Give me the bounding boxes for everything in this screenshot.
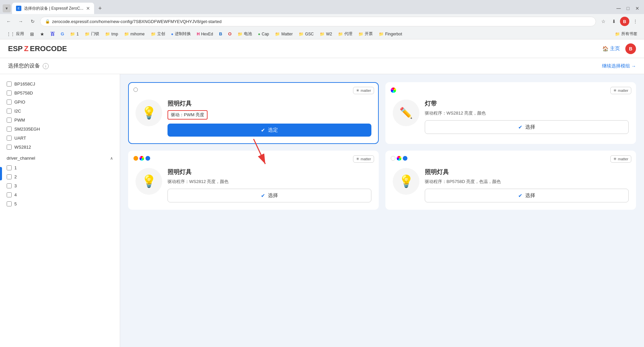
bookmark-w2-label: W2 xyxy=(326,32,332,36)
checkmark-icon-4: ✔ xyxy=(518,193,523,199)
checkbox-ch5[interactable] xyxy=(7,201,12,206)
bookmark-folder1[interactable]: 📁 1 xyxy=(67,31,81,37)
checkbox-UART[interactable] xyxy=(7,136,12,141)
bookmark-google[interactable]: G xyxy=(58,30,67,37)
download-btn[interactable]: ⬇ xyxy=(609,17,619,26)
device-card-4[interactable]: ✳ matter 💡 照明灯具 驱动程序：BP5758D 亮度，色温，颜色 ✔ … xyxy=(385,151,636,210)
address-bar[interactable]: 🔒 zerocode.espressif.com/home/new-config… xyxy=(40,17,596,26)
bookmark-apps[interactable]: ⋮⋮ 应用 xyxy=(4,30,27,38)
sidebar-item-GPIO[interactable]: GPIO xyxy=(5,98,114,107)
bookmark-fingerbot[interactable]: 📁 Fingerbot xyxy=(376,31,405,37)
device-card-2[interactable]: ✳ matter ✏️ 灯带 驱动程序：WS2812 亮度，颜色 ✔ 选择 xyxy=(385,82,636,144)
select-btn-4[interactable]: ✔ 选择 xyxy=(425,189,629,202)
sidebar-item-I2C[interactable]: I2C xyxy=(5,107,114,116)
bookmark-kaibiao[interactable]: 📁 开票 xyxy=(356,30,375,38)
sidebar-label-BP1658CJ: BP1658CJ xyxy=(14,81,35,86)
bookmark-cap-label: Cap xyxy=(262,32,269,36)
device-card-1[interactable]: ✳ matter 💡 照明灯具 驱动：PWM 亮度 ✔ 选定 xyxy=(128,82,379,144)
select-btn-2[interactable]: ✔ 选择 xyxy=(425,120,629,134)
sidebar-item-PWM[interactable]: PWM xyxy=(5,116,114,125)
bookmark-jzhuanhuan[interactable]: ● 进制转换 xyxy=(169,30,194,38)
bookmark-cap[interactable]: ● Cap xyxy=(255,31,272,37)
device-card-3[interactable]: ✳ matter 💡 照明灯具 驱动程序：WS2812 亮度，颜色 ✔ 选择 xyxy=(128,151,379,210)
bookmark-allbookmarks[interactable]: 📁 所有书签 xyxy=(612,30,640,38)
bookmark-daili[interactable]: 📁 代理 xyxy=(335,30,355,38)
continue-arrow: → xyxy=(631,63,636,69)
close-window-btn[interactable]: ✕ xyxy=(633,4,641,12)
profile-btn[interactable]: B xyxy=(620,17,629,26)
home-label: 主页 xyxy=(610,45,620,52)
checkbox-ch3[interactable] xyxy=(7,183,12,188)
sidebar: BP1658CJ BP5758D GPIO I2C PWM SM2335EGH … xyxy=(0,74,120,347)
sidebar-item-BP5758D[interactable]: BP5758D xyxy=(5,89,114,98)
select-btn-label-1: 选定 xyxy=(268,127,278,133)
bookmark-w2[interactable]: 📁 W2 xyxy=(317,31,335,37)
bookmark-grid[interactable]: ⊞ xyxy=(27,30,37,38)
sidebar-item-ch2[interactable]: 2 xyxy=(5,172,114,181)
minimize-btn[interactable]: ─ xyxy=(615,4,623,12)
sidebar-item-ch3[interactable]: 3 xyxy=(5,181,114,190)
select-btn-3[interactable]: ✔ 选择 xyxy=(168,189,371,202)
checkbox-WS2812[interactable] xyxy=(7,145,12,150)
checkbox-GPIO[interactable] xyxy=(7,100,12,105)
active-tab[interactable]: E 选择你的设备 | Espressif ZeroC... ✕ xyxy=(12,3,94,14)
home-link[interactable]: 🏠 主页 xyxy=(602,45,620,52)
bookmark-hexed[interactable]: H HexEd xyxy=(194,31,216,37)
device-icon-circle-1: 💡 xyxy=(135,100,162,126)
device-grid: ✳ matter 💡 照明灯具 驱动：PWM 亮度 ✔ 选定 xyxy=(128,82,636,210)
checkbox-I2C[interactable] xyxy=(7,109,12,114)
sidebar-item-ch1[interactable]: 1 xyxy=(5,163,114,172)
bookmark-baidu[interactable]: 百 xyxy=(48,30,57,38)
sidebar-item-SM2335EGH[interactable]: SM2335EGH xyxy=(5,125,114,134)
new-tab-btn[interactable]: + xyxy=(95,4,105,13)
reload-btn[interactable]: ↻ xyxy=(28,17,37,26)
sidebar-item-BP1658CJ[interactable]: BP1658CJ xyxy=(5,79,114,89)
sidebar-label-ch3: 3 xyxy=(14,183,17,188)
info-icon[interactable]: i xyxy=(43,63,49,69)
user-avatar[interactable]: B xyxy=(625,43,636,54)
radio-card1[interactable] xyxy=(133,88,138,92)
maximize-btn[interactable]: □ xyxy=(624,4,632,12)
bookmark-matter[interactable]: 📁 Matter xyxy=(272,31,295,37)
bookmark-mihome[interactable]: 📁 mihome xyxy=(121,31,147,37)
bookmark-gsc-label: GSC xyxy=(305,32,314,36)
checkbox-BP5758D[interactable] xyxy=(7,91,12,96)
sidebar-item-WS2812[interactable]: WS2812 xyxy=(5,143,114,152)
bookmark-chuangdi-label: 立创 xyxy=(157,31,165,37)
bookmark-battery-label: 电池 xyxy=(244,31,252,37)
continue-link[interactable]: 继续选择模组 → xyxy=(602,63,636,69)
checkbox-ch2[interactable] xyxy=(7,174,12,179)
checkbox-SM2335EGH[interactable] xyxy=(7,127,12,132)
checkbox-ch1[interactable] xyxy=(7,165,12,170)
device-name-4: 照明灯具 xyxy=(425,168,629,176)
back-btn[interactable]: ← xyxy=(4,17,13,26)
forward-btn[interactable]: → xyxy=(16,17,25,26)
sidebar-item-ch4[interactable]: 4 xyxy=(5,190,114,199)
close-tab-btn[interactable]: ✕ xyxy=(86,6,90,11)
select-btn-label-2: 选择 xyxy=(525,124,535,130)
bookmark-gsc[interactable]: 📁 GSC xyxy=(296,31,316,37)
color-dots-3 xyxy=(133,156,150,161)
sidebar-item-ch5[interactable]: 5 xyxy=(5,199,114,208)
bookmark-star[interactable]: ★ xyxy=(37,30,47,38)
tab-list-btn[interactable]: ▼ xyxy=(3,4,11,12)
checkbox-BP1658CJ[interactable] xyxy=(7,81,12,86)
bookmark-b-icon[interactable]: B xyxy=(216,30,225,37)
bookmark-star-btn[interactable]: ☆ xyxy=(599,17,608,26)
bookmark-tmp[interactable]: 📁 tmp xyxy=(102,31,121,37)
matter-badge-3: ✳ matter xyxy=(353,155,374,163)
bookmark-matter-label: Matter xyxy=(281,32,293,36)
bookmark-battery[interactable]: 📁 电池 xyxy=(235,30,255,38)
checkbox-PWM[interactable] xyxy=(7,118,12,123)
bookmark-chuangdi[interactable]: 📁 立创 xyxy=(148,30,168,38)
bookmark-kaibiao-label: 开票 xyxy=(365,31,373,37)
checkbox-ch4[interactable] xyxy=(7,192,12,197)
url-text: zerocode.espressif.com/home/new-config/7… xyxy=(52,19,222,24)
driver-channel-header[interactable]: driver_channel ∧ xyxy=(5,152,114,163)
more-btn[interactable]: ⋮ xyxy=(631,17,640,26)
bookmark-office[interactable]: O xyxy=(226,30,234,37)
device-card-body-2: ✏️ 灯带 驱动程序：WS2812 亮度，颜色 ✔ 选择 xyxy=(393,100,629,134)
bookmark-doorlock[interactable]: 📁 门锁 xyxy=(82,30,102,38)
select-btn-1[interactable]: ✔ 选定 xyxy=(168,124,371,137)
sidebar-item-UART[interactable]: UART xyxy=(5,134,114,143)
